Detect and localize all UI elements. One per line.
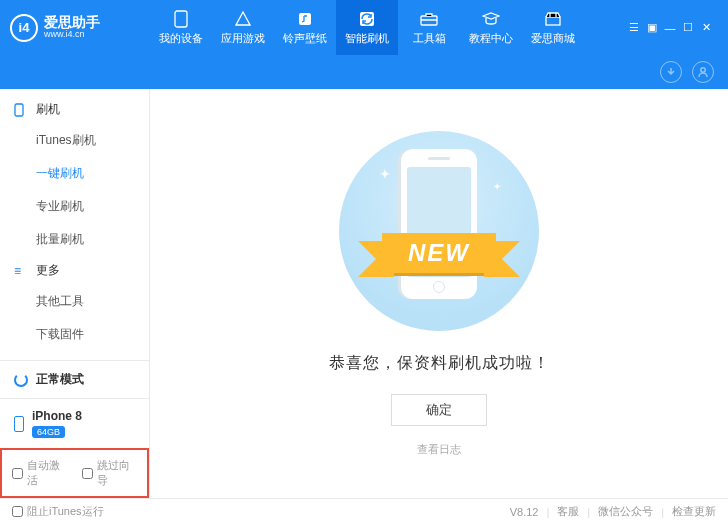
tab-label: 教程中心 <box>469 31 513 46</box>
tab-device[interactable]: 我的设备 <box>150 0 212 55</box>
maximize-icon[interactable]: ☐ <box>682 22 694 34</box>
section-label: 刷机 <box>36 101 60 118</box>
brand-logo: i4 爱思助手 www.i4.cn <box>0 14 150 42</box>
ribbon-label: NEW <box>382 233 496 273</box>
support-link[interactable]: 客服 <box>557 504 579 519</box>
tab-label: 我的设备 <box>159 31 203 46</box>
mode-label: 正常模式 <box>36 371 84 388</box>
sidebar-item-download-firmware[interactable]: 下载固件 <box>0 318 149 351</box>
tab-label: 智能刷机 <box>345 31 389 46</box>
phone-icon <box>14 103 28 117</box>
section-label: 更多 <box>36 262 60 279</box>
svg-rect-4 <box>546 17 560 25</box>
sidebar-item-advanced[interactable]: 高级功能 <box>0 351 149 360</box>
sidebar-section-more[interactable]: ≡ 更多 <box>0 256 149 285</box>
store-icon <box>544 10 562 28</box>
brand-url: www.i4.cn <box>44 30 100 40</box>
logo-icon: i4 <box>10 14 38 42</box>
sidebar-item-oneclick-flash[interactable]: 一键刷机 <box>0 157 149 190</box>
skin-icon[interactable]: ▣ <box>646 22 658 34</box>
phone-icon <box>14 416 24 432</box>
svg-rect-0 <box>175 11 187 27</box>
user-button[interactable] <box>692 61 714 83</box>
success-message: 恭喜您，保资料刷机成功啦！ <box>329 353 550 374</box>
storage-badge: 64GB <box>32 426 65 438</box>
update-link[interactable]: 检查更新 <box>672 504 716 519</box>
version-label: V8.12 <box>510 506 539 518</box>
block-itunes-checkbox[interactable]: 阻止iTunes运行 <box>12 504 104 519</box>
sparkle-icon: ✦ <box>379 166 391 182</box>
download-button[interactable] <box>660 61 682 83</box>
sidebar-section-flash[interactable]: 刷机 <box>0 95 149 124</box>
toolbox-icon <box>420 10 438 28</box>
close-icon[interactable]: ✕ <box>700 22 712 34</box>
device-row[interactable]: iPhone 8 64GB <box>0 399 149 448</box>
device-icon <box>172 10 190 28</box>
menu-icon[interactable]: ☰ <box>628 22 640 34</box>
svg-rect-1 <box>299 13 311 25</box>
tab-ringtone[interactable]: 铃声壁纸 <box>274 0 336 55</box>
skip-guide-checkbox[interactable]: 跳过向导 <box>82 458 138 488</box>
sidebar-item-pro-flash[interactable]: 专业刷机 <box>0 190 149 223</box>
sparkle-icon: ✦ <box>493 181 501 192</box>
tab-toolbox[interactable]: 工具箱 <box>398 0 460 55</box>
auto-activate-checkbox[interactable]: 自动激活 <box>12 458 68 488</box>
tab-store[interactable]: 爱思商城 <box>522 0 584 55</box>
tab-label: 应用游戏 <box>221 31 265 46</box>
svg-point-5 <box>701 68 705 72</box>
hamburger-icon: ≡ <box>14 264 28 278</box>
tab-label: 爱思商城 <box>531 31 575 46</box>
tab-tutorial[interactable]: 教程中心 <box>460 0 522 55</box>
wechat-link[interactable]: 微信公众号 <box>598 504 653 519</box>
ok-button[interactable]: 确定 <box>391 394 487 426</box>
tab-label: 铃声壁纸 <box>283 31 327 46</box>
tab-flash[interactable]: 智能刷机 <box>336 0 398 55</box>
minimize-icon[interactable]: ― <box>664 22 676 34</box>
mode-row[interactable]: 正常模式 <box>0 361 149 399</box>
svg-rect-6 <box>15 104 23 116</box>
ringtone-icon <box>296 10 314 28</box>
flash-icon <box>358 10 376 28</box>
tab-label: 工具箱 <box>413 31 446 46</box>
brand-name: 爱思助手 <box>44 15 100 30</box>
activate-options: 自动激活 跳过向导 <box>0 448 149 498</box>
tutorial-icon <box>482 10 500 28</box>
tab-apps[interactable]: 应用游戏 <box>212 0 274 55</box>
device-name: iPhone 8 <box>32 409 82 423</box>
success-illustration: ✦ ✦ NEW <box>339 131 539 331</box>
refresh-icon <box>14 373 28 387</box>
sidebar-item-batch-flash[interactable]: 批量刷机 <box>0 223 149 256</box>
apps-icon <box>234 10 252 28</box>
view-log-link[interactable]: 查看日志 <box>417 442 461 457</box>
sidebar-item-itunes-flash[interactable]: iTunes刷机 <box>0 124 149 157</box>
sidebar-item-other-tools[interactable]: 其他工具 <box>0 285 149 318</box>
